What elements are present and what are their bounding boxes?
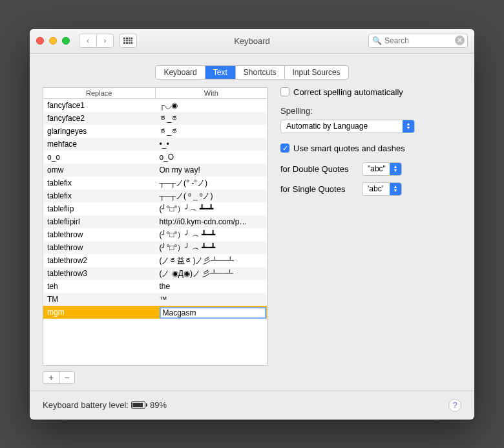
titlebar: ‹ › Keyboard 🔍 ✕ [30, 29, 474, 54]
table-row[interactable]: tablethrow(╯°□°）╯ ︵ ┻━┻ [43, 241, 267, 254]
cell-with: http://i0.kym-cdn.com/p… [155, 215, 268, 228]
add-button[interactable]: + [43, 372, 59, 383]
preferences-window: ‹ › Keyboard 🔍 ✕ Keyboard Text Shortcuts… [30, 29, 474, 420]
traffic-lights [36, 37, 70, 45]
replacements-table-wrap: Replace With fancyface1┌◡◉fancyface2ಠ_ಠg… [43, 87, 268, 384]
close-icon[interactable] [36, 37, 44, 45]
battery-icon [131, 401, 147, 409]
tab-text[interactable]: Text [205, 66, 235, 79]
double-quotes-label: for Double Quotes [280, 164, 357, 174]
single-quotes-row: for Single Quotes 'abc' ▲▼ [280, 182, 461, 196]
double-quotes-value: "abc" [368, 164, 386, 173]
cell-replace: teh [43, 280, 155, 293]
table-footer: + − [43, 371, 268, 384]
table-row[interactable]: tablethrow(╯°□°）╯ ︵ ┻━┻ [43, 228, 267, 241]
table-row[interactable]: tableflipirlhttp://i0.kym-cdn.com/p… [43, 215, 267, 228]
cell-replace: tableflip [43, 202, 155, 215]
single-quotes-select[interactable]: 'abc' ▲▼ [362, 182, 402, 196]
cell-replace: TM [43, 293, 155, 306]
single-quotes-label: for Single Quotes [280, 184, 357, 194]
cell-replace: fancyface2 [43, 112, 155, 125]
table-row[interactable]: tablefix┬─┬ノ(° -°ノ) [43, 176, 267, 189]
smart-quotes-row: ✓ Use smart quotes and dashes [280, 144, 461, 153]
cell-replace: tableflipirl [43, 215, 155, 228]
double-quotes-select[interactable]: "abc" ▲▼ [362, 162, 402, 176]
side-options: Correct spelling automatically Spelling:… [280, 87, 461, 384]
cell-with: ┌◡◉ [155, 99, 268, 112]
forward-button[interactable]: › [96, 34, 113, 47]
spelling-select[interactable]: Automatic by Language ▲▼ [280, 120, 415, 133]
cell-replace: tablethrow3 [43, 267, 155, 280]
table-row[interactable]: omwOn my way! [43, 164, 267, 176]
cell-with: (ノಠ益ಠ)ノ彡┻━┻ [155, 254, 268, 267]
table-row[interactable]: glaringeyesಠ_ಠ [43, 125, 267, 138]
back-button[interactable]: ‹ [79, 34, 96, 47]
table-row[interactable]: TM™ [43, 293, 267, 306]
chevron-updown-icon: ▲▼ [403, 120, 414, 133]
table-row[interactable]: tehthe [43, 280, 267, 293]
remove-button[interactable]: − [59, 372, 74, 383]
cell-replace: fancyface1 [43, 99, 155, 112]
cell-with: ┬─┬ノ(° -°ノ) [155, 176, 268, 189]
battery-label: Keyboard battery level: [43, 400, 129, 410]
clear-search-icon[interactable]: ✕ [455, 36, 465, 45]
table-row[interactable]: fancyface1┌◡◉ [43, 99, 267, 112]
minimize-icon[interactable] [49, 37, 57, 45]
content-area: Replace With fancyface1┌◡◉fancyface2ಠ_ಠg… [30, 87, 474, 390]
search-input[interactable] [368, 34, 468, 48]
battery-percent: 89% [150, 400, 167, 410]
cell-with: (╯°□°）╯︵ ┻━┻ [155, 202, 268, 215]
cell-with: the [155, 280, 268, 293]
nav-buttons: ‹ › [79, 34, 114, 48]
tab-segmented: Keyboard Text Shortcuts Input Sources [155, 65, 348, 80]
table-row[interactable]: tableflip(╯°□°）╯︵ ┻━┻ [43, 202, 267, 215]
table-row[interactable]: o_oo_O [43, 151, 267, 164]
table-header: Replace With [43, 87, 268, 99]
cell-replace: tablethrow2 [43, 254, 155, 267]
tab-shortcuts[interactable]: Shortcuts [235, 66, 284, 79]
help-button[interactable]: ? [448, 399, 461, 412]
tab-keyboard[interactable]: Keyboard [156, 66, 204, 79]
table-body[interactable]: fancyface1┌◡◉fancyface2ಠ_ಠglaringeyesಠ_ಠ… [43, 99, 268, 366]
cell-with: (╯°□°）╯ ︵ ┻━┻ [155, 241, 268, 254]
cell-replace: tablethrow [43, 228, 155, 241]
table-row[interactable]: fancyface2ಠ_ಠ [43, 112, 267, 125]
footer: Keyboard battery level: 89% ? [30, 390, 474, 420]
col-with[interactable]: With [155, 88, 268, 98]
tab-input-sources[interactable]: Input Sources [284, 66, 348, 79]
cell-replace: o_o [43, 151, 155, 164]
add-remove-buttons: + − [43, 371, 75, 384]
tab-bar: Keyboard Text Shortcuts Input Sources [30, 54, 474, 87]
with-input[interactable] [160, 307, 267, 319]
show-all-button[interactable] [119, 34, 137, 48]
single-quotes-value: 'abc' [368, 184, 383, 193]
correct-spelling-label: Correct spelling automatically [293, 87, 403, 97]
cell-with: ಠ_ಠ [155, 125, 268, 138]
double-quotes-row: for Double Quotes "abc" ▲▼ [280, 162, 461, 176]
cell-with: o_O [155, 151, 268, 164]
cell-replace: mehface [43, 138, 155, 151]
table-row[interactable]: tablefix┬─┬ノ( º _ ºノ) [43, 189, 267, 202]
smart-quotes-checkbox[interactable]: ✓ [280, 144, 289, 153]
cell-with-editing [158, 306, 268, 319]
smart-quotes-label: Use smart quotes and dashes [293, 144, 405, 153]
table-row[interactable]: tablethrow3(ノ ◉Д◉)ノ 彡┻━┻ [43, 267, 267, 280]
table-row-editing[interactable]: mgm [43, 306, 267, 319]
correct-spelling-checkbox[interactable] [280, 87, 289, 96]
table-row[interactable]: tablethrow2(ノಠ益ಠ)ノ彡┻━┻ [43, 254, 267, 267]
cell-with: ಠ_ಠ [155, 112, 268, 125]
cell-replace: glaringeyes [43, 125, 155, 138]
search-field-wrap: 🔍 ✕ [368, 34, 468, 48]
zoom-icon[interactable] [62, 37, 70, 45]
cell-with: ™ [155, 293, 268, 306]
col-replace[interactable]: Replace [43, 88, 155, 98]
chevron-updown-icon: ▲▼ [390, 183, 401, 195]
spelling-label: Spelling: [280, 106, 461, 116]
grid-icon [123, 37, 132, 44]
cell-with: On my way! [155, 164, 268, 176]
cell-replace: mgm [43, 306, 158, 319]
table-row[interactable]: mehface•_• [43, 138, 267, 151]
cell-replace: tablefix [43, 176, 155, 189]
cell-replace: omw [43, 164, 155, 176]
cell-with: (╯°□°）╯ ︵ ┻━┻ [155, 228, 268, 241]
